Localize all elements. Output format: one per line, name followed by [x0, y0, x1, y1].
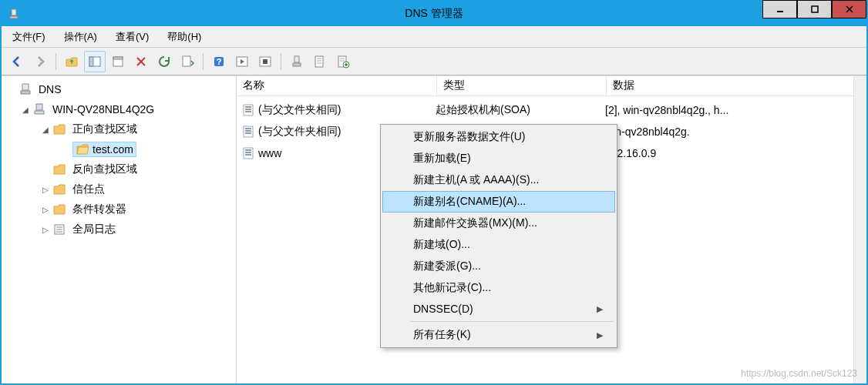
- ctx-all-tasks[interactable]: 所有任务(K)▶: [382, 324, 615, 346]
- run-button[interactable]: [231, 51, 253, 72]
- tree-label: 反向查找区域: [72, 162, 137, 176]
- svg-rect-18: [294, 56, 299, 62]
- chevron-icon: [40, 164, 51, 175]
- column-header-name[interactable]: 名称: [237, 76, 437, 95]
- new-window-button[interactable]: [107, 51, 129, 72]
- context-menu: 更新服务器数据文件(U) 重新加载(E) 新建主机(A 或 AAAA)(S)..…: [380, 124, 617, 348]
- menu-view[interactable]: 查看(V): [111, 28, 153, 45]
- watermark: https://blog.csdn.net/Sck123: [741, 368, 857, 379]
- window-controls: [762, 2, 866, 26]
- ctx-new-mx[interactable]: 新建邮件交换器(MX)(M)...: [382, 213, 615, 234]
- tree-forward-zone[interactable]: ◢ 正向查找区域: [3, 119, 234, 139]
- cell-name: (与父文件夹相同): [258, 125, 341, 139]
- minimize-button[interactable]: [762, 0, 797, 18]
- chevron-right-icon: ▶: [597, 330, 603, 340]
- column-header-data[interactable]: 数据: [607, 76, 866, 95]
- list-pane: 名称 类型 数据 (与父文件夹相同) 起始授权机构(SOA) [2], win-…: [237, 76, 866, 383]
- chevron-right-icon[interactable]: ▷: [40, 184, 51, 195]
- dns-icon: [19, 82, 32, 96]
- ctx-dnssec[interactable]: DNSSEC(D)▶: [382, 299, 615, 319]
- svg-rect-19: [293, 63, 301, 66]
- tree-root-dns[interactable]: DNS: [3, 79, 234, 99]
- toolbar-separator: [281, 53, 281, 70]
- column-header-type[interactable]: 类型: [437, 76, 607, 95]
- cell-data: [2], win-qv28nbl4q2g., h...: [605, 104, 866, 116]
- toolbar-separator: [203, 53, 204, 70]
- svg-rect-38: [244, 105, 253, 116]
- export-button[interactable]: [177, 51, 198, 72]
- forward-button[interactable]: [29, 51, 51, 72]
- ctx-update-server-data[interactable]: 更新服务器数据文件(U): [382, 126, 615, 148]
- filter-button[interactable]: [286, 51, 308, 72]
- tree-server[interactable]: ◢ WIN-QV28NBL4Q2G: [3, 99, 234, 119]
- window-title: DNS 管理器: [405, 7, 463, 21]
- app-icon: [8, 8, 20, 20]
- ctx-reload[interactable]: 重新加载(E): [382, 148, 615, 169]
- folder-icon: [52, 182, 66, 196]
- tree-label: 信任点: [72, 182, 105, 196]
- ctx-new-delegation[interactable]: 新建委派(G)...: [382, 256, 615, 277]
- help-button[interactable]: ?: [208, 51, 230, 72]
- record-icon: [241, 125, 255, 139]
- delete-button[interactable]: [130, 51, 152, 72]
- svg-rect-30: [22, 84, 29, 90]
- maximize-button[interactable]: [797, 0, 832, 18]
- svg-rect-17: [263, 59, 267, 64]
- svg-rect-31: [21, 91, 30, 94]
- chevron-down-icon[interactable]: ◢: [20, 104, 31, 115]
- chevron-icon: [60, 144, 71, 155]
- close-button[interactable]: [832, 0, 866, 18]
- new-record-button[interactable]: [332, 51, 354, 72]
- svg-rect-9: [113, 57, 123, 59]
- folder-icon: [52, 122, 66, 136]
- cell-name: www: [258, 147, 281, 159]
- tree: DNS ◢ WIN-QV28NBL4Q2G ◢ 正向查找区域 test.c: [3, 79, 234, 239]
- ctx-new-host[interactable]: 新建主机(A 或 AAAA)(S)...: [382, 169, 615, 191]
- menu-action[interactable]: 操作(A): [59, 28, 102, 45]
- chevron-icon: [6, 84, 17, 95]
- chevron-right-icon[interactable]: ▷: [40, 204, 51, 215]
- ctx-new-cname[interactable]: 新建别名(CNAME)(A)...: [382, 191, 615, 213]
- svg-rect-20: [315, 56, 323, 67]
- dns-manager-window: DNS 管理器 文件(F) 操作(A) 查看(V) 帮助(H) ?: [0, 0, 868, 385]
- tree-label: 全局日志: [72, 223, 116, 236]
- svg-rect-42: [244, 126, 253, 137]
- menu-file[interactable]: 文件(F): [8, 28, 50, 45]
- server-icon: [32, 102, 46, 116]
- chevron-down-icon[interactable]: ◢: [40, 124, 51, 135]
- tree-zone-testcom[interactable]: test.com: [3, 139, 234, 159]
- tree-label: DNS: [39, 83, 62, 95]
- menubar: 文件(F) 操作(A) 查看(V) 帮助(H): [2, 26, 866, 48]
- show-hide-tree-button[interactable]: [84, 51, 106, 72]
- svg-text:?: ?: [217, 57, 222, 66]
- properties-button[interactable]: [309, 51, 331, 72]
- list-item[interactable]: (与父文件夹相同) 起始授权机构(SOA) [2], win-qv28nbl4q…: [237, 99, 866, 121]
- vertical-scrollbar[interactable]: [853, 76, 866, 383]
- back-button[interactable]: [6, 51, 28, 72]
- list-header: 名称 类型 数据: [237, 76, 866, 96]
- ctx-new-domain[interactable]: 新建域(O)...: [382, 234, 615, 256]
- cell-type: 起始授权机构(SOA): [436, 103, 605, 117]
- cell-name: (与父文件夹相同): [258, 103, 341, 117]
- tree-global-logs[interactable]: ▷ 全局日志: [3, 219, 234, 239]
- tree-conditional-forwarders[interactable]: ▷ 条件转发器: [3, 199, 234, 219]
- svg-rect-12: [183, 56, 190, 66]
- up-folder-button[interactable]: [61, 51, 82, 72]
- stop-button[interactable]: [254, 51, 276, 72]
- tree-trust-points[interactable]: ▷ 信任点: [3, 179, 234, 199]
- tree-label: WIN-QV28NBL4Q2G: [52, 103, 154, 116]
- menu-separator: [410, 321, 614, 322]
- tree-label: 正向查找区域: [72, 122, 137, 136]
- svg-rect-0: [12, 9, 16, 15]
- toolbar-separator: [56, 53, 56, 70]
- folder-icon: [52, 203, 66, 216]
- tree-pane[interactable]: DNS ◢ WIN-QV28NBL4Q2G ◢ 正向查找区域 test.c: [2, 76, 237, 383]
- refresh-button[interactable]: [153, 51, 175, 72]
- tree-reverse-zone[interactable]: 反向查找区域: [3, 159, 234, 179]
- chevron-right-icon[interactable]: ▷: [40, 224, 51, 235]
- svg-rect-33: [35, 111, 44, 114]
- svg-rect-32: [36, 104, 42, 110]
- ctx-other-new-records[interactable]: 其他新记录(C)...: [382, 277, 615, 299]
- record-icon: [241, 103, 255, 117]
- menu-help[interactable]: 帮助(H): [163, 28, 206, 45]
